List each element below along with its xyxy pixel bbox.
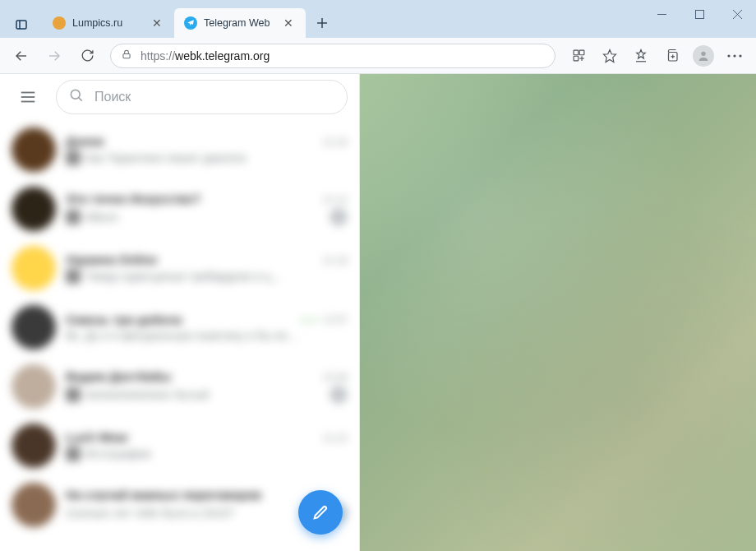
- svg-rect-12: [579, 50, 584, 55]
- chat-avatar: [12, 246, 56, 290]
- chat-avatar: [12, 187, 56, 231]
- chat-name: На случай важных переговоров: [66, 488, 261, 502]
- browser-titlebar: Lumpics.ru ✕ Telegram Web ✕: [0, 0, 756, 38]
- chat-item[interactable]: Это точно Искусство?21:12Album: [0, 179, 359, 238]
- svg-rect-13: [574, 56, 579, 61]
- chat-time: 23:48: [323, 372, 348, 383]
- chat-name: Украина Online: [66, 252, 157, 266]
- chat-time: 21:24: [323, 137, 348, 148]
- chat-body: Дэнни21:24Как Тарантино пишет диалоги: [66, 134, 348, 165]
- extensions-button[interactable]: [564, 41, 593, 71]
- sidebar-header: [0, 74, 359, 120]
- unread-badge: [330, 386, 348, 404]
- chat-time: 21:22: [323, 433, 348, 444]
- chat-message-preview: Сколько лет тебе было в 2010?: [66, 507, 234, 520]
- chat-message-preview: ААААААААААА Лытый: [66, 387, 209, 402]
- chat-avatar: [12, 483, 56, 527]
- chat-body: Вадим Достбабы23:48ААААААААААА Лытый: [66, 369, 348, 404]
- url-box[interactable]: https://webk.telegram.org: [110, 44, 555, 68]
- nav-back-button[interactable]: [7, 41, 36, 71]
- chat-area: [360, 74, 756, 551]
- profile-button[interactable]: [689, 41, 718, 71]
- avatar-icon: [693, 45, 714, 67]
- message-thumb-icon: [66, 150, 81, 165]
- svg-rect-10: [123, 53, 130, 58]
- chat-item[interactable]: Luch Wear21:22Фстография: [0, 416, 359, 475]
- chat-item[interactable]: Украина Online21:18Тимур оуресценые триб…: [0, 238, 359, 298]
- telegram-sidebar: Дэнни21:24Как Тарантино пишет диалогиЭто…: [0, 74, 360, 551]
- tab-title: Telegram Web: [204, 17, 274, 29]
- chat-item[interactable]: Дэнни21:24Как Тарантино пишет диалоги: [0, 120, 359, 179]
- chat-message-preview: Тимур оуресценые трибардсии и ц…: [66, 269, 283, 284]
- chat-message-preview: Album: [66, 210, 118, 225]
- message-thumb-icon: [66, 210, 81, 225]
- chat-body: Сквозь три добела✓✓12:57Вк. До и я фигур…: [66, 313, 348, 342]
- nav-reload-button[interactable]: [72, 41, 102, 71]
- message-thumb-icon: [66, 447, 81, 461]
- collections-button[interactable]: [657, 41, 687, 71]
- browser-addressbar: https://webk.telegram.org: [0, 38, 756, 74]
- chat-item[interactable]: Сквозь три добела✓✓12:57Вк. До и я фигур…: [0, 298, 359, 357]
- more-button[interactable]: [720, 41, 749, 71]
- chat-body: Это точно Искусство?21:12Album: [66, 192, 348, 226]
- svg-point-24: [739, 54, 741, 57]
- chat-avatar: [12, 305, 56, 350]
- search-input[interactable]: [94, 90, 335, 104]
- sent-check-icon: ✓✓: [300, 313, 320, 326]
- chat-message-preview: Вк. До и я фигуральную коактину и бы пе…: [66, 329, 298, 342]
- message-thumb-icon: [66, 387, 81, 402]
- chat-name: Luch Wear: [66, 430, 128, 444]
- chat-message-preview: Фстография: [66, 447, 150, 461]
- favorite-button[interactable]: [595, 41, 625, 71]
- svg-point-21: [701, 51, 705, 55]
- window-close-button[interactable]: [718, 0, 756, 28]
- tab-close-button[interactable]: ✕: [281, 16, 296, 30]
- svg-line-29: [79, 98, 82, 101]
- browser-tab-telegram[interactable]: Telegram Web ✕: [174, 8, 306, 38]
- chat-avatar: [12, 364, 56, 409]
- compose-button[interactable]: [298, 490, 343, 535]
- browser-tabs: Lumpics.ru ✕ Telegram Web ✕: [43, 0, 335, 38]
- svg-rect-5: [695, 10, 703, 18]
- chat-name: Это точно Искусство?: [66, 192, 201, 206]
- window-minimize-button[interactable]: [643, 0, 680, 28]
- svg-marker-16: [604, 49, 616, 62]
- favorites-bar-button[interactable]: [626, 41, 656, 71]
- window-controls: [643, 0, 756, 28]
- unread-badge: [330, 208, 348, 226]
- tab-actions-button[interactable]: [7, 12, 36, 38]
- search-icon: [68, 87, 85, 107]
- svg-point-23: [733, 54, 735, 57]
- menu-button[interactable]: [12, 81, 44, 113]
- chat-item[interactable]: Вадим Достбабы23:48ААААААААААА Лытый: [0, 357, 359, 416]
- nav-forward-button[interactable]: [39, 41, 69, 71]
- new-tab-button[interactable]: [309, 10, 335, 36]
- chat-name: Сквозь три добела: [66, 313, 182, 326]
- search-box[interactable]: [56, 80, 348, 114]
- chat-time: 21:18: [323, 255, 348, 266]
- favicon-telegram: [184, 16, 197, 30]
- window-maximize-button[interactable]: [680, 0, 718, 28]
- chat-time: 21:12: [323, 194, 348, 206]
- svg-rect-0: [16, 21, 26, 29]
- url-text: https://webk.telegram.org: [141, 49, 270, 63]
- chat-avatar: [12, 127, 56, 172]
- tab-title: Lumpics.ru: [72, 17, 143, 29]
- svg-rect-11: [574, 50, 579, 55]
- svg-point-28: [71, 90, 80, 99]
- tab-close-button[interactable]: ✕: [150, 16, 164, 30]
- chat-message-preview: Как Тарантино пишет диалоги: [66, 150, 247, 165]
- chat-name: Дэнни: [66, 134, 104, 148]
- browser-tab-lumpics[interactable]: Lumpics.ru ✕: [43, 8, 174, 38]
- chat-body: Украина Online21:18Тимур оуресценые триб…: [66, 252, 348, 284]
- svg-point-22: [727, 54, 730, 57]
- chat-name: Вадим Достбабы: [66, 369, 171, 383]
- chat-time: 12:57: [323, 314, 348, 326]
- chat-body: Luch Wear21:22Фстография: [66, 430, 348, 461]
- message-thumb-icon: [66, 269, 81, 284]
- chat-avatar: [12, 424, 56, 468]
- chat-list[interactable]: Дэнни21:24Как Тарантино пишет диалогиЭто…: [0, 120, 359, 551]
- page-content: Дэнни21:24Как Тарантино пишет диалогиЭто…: [0, 74, 756, 551]
- lock-icon: [121, 49, 132, 63]
- favicon-lumpics: [53, 16, 66, 30]
